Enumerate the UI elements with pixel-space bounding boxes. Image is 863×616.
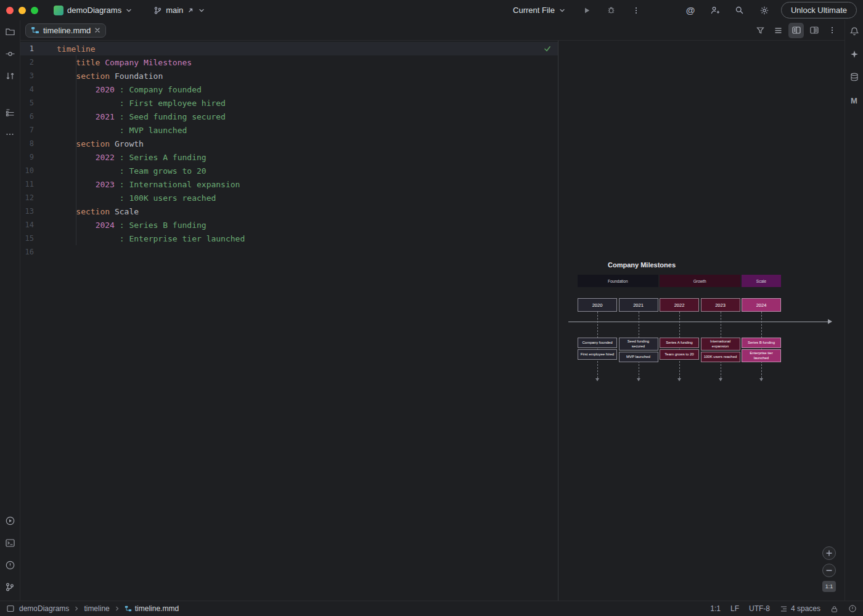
- line-number[interactable]: 13: [20, 207, 34, 216]
- timeline-event: Seed funding secured: [619, 338, 658, 351]
- code-line[interactable]: 13 section Scale: [20, 205, 558, 218]
- commit-tool-button[interactable]: [5, 49, 15, 62]
- project-tool-button[interactable]: [5, 26, 15, 39]
- zoom-out-button[interactable]: [822, 564, 836, 577]
- zoom-reset-button[interactable]: 1:1: [822, 581, 836, 592]
- chevron-right-icon: [114, 606, 120, 612]
- code-line[interactable]: 15 : Enterprise tier launched: [20, 232, 558, 245]
- show-editor-and-preview-button[interactable]: [788, 23, 804, 38]
- code-line[interactable]: 8 section Growth: [20, 137, 558, 150]
- preview-filter-button[interactable]: [753, 23, 768, 38]
- close-icon[interactable]: [94, 27, 100, 33]
- close-window-button[interactable]: [6, 7, 14, 14]
- breadcrumb-file[interactable]: timeline.mmd: [123, 604, 180, 613]
- breadcrumb-project[interactable]: demoDiagrams: [18, 604, 70, 613]
- more-tool-windows-button[interactable]: [5, 129, 15, 142]
- timeline-period: 2023: [701, 298, 740, 312]
- view-options-button[interactable]: [771, 23, 786, 38]
- code-line[interactable]: 1timeline: [20, 42, 558, 55]
- problems-tool-button[interactable]: [5, 560, 15, 573]
- run-config-label: Current File: [513, 6, 555, 15]
- line-number[interactable]: 3: [20, 71, 34, 80]
- mermaid-tool-button[interactable]: M: [851, 95, 857, 106]
- inspections-ok-badge[interactable]: [543, 44, 552, 55]
- line-number[interactable]: 8: [20, 139, 34, 148]
- breadcrumb-folder[interactable]: timeline: [83, 604, 110, 613]
- line-number[interactable]: 2: [20, 58, 34, 67]
- code-line[interactable]: 10 : Team grows to 20: [20, 164, 558, 177]
- preview-zoom-controls: 1:1: [822, 546, 836, 592]
- branch-name: main: [166, 6, 183, 15]
- tab-timeline-mmd[interactable]: timeline.mmd: [25, 23, 106, 38]
- code-line[interactable]: 11 2023 : International expansion: [20, 177, 558, 191]
- show-preview-only-button[interactable]: [806, 23, 822, 38]
- chevron-down-icon: [198, 7, 205, 14]
- code-line[interactable]: 6 2021 : Seed funding secured: [20, 110, 558, 123]
- line-number[interactable]: 12: [20, 193, 34, 202]
- database-tool-button[interactable]: [849, 72, 859, 84]
- code-text: : First employee hired: [34, 99, 226, 108]
- line-number[interactable]: 16: [20, 248, 34, 256]
- line-number[interactable]: 4: [20, 85, 34, 94]
- debug-button[interactable]: [603, 2, 620, 18]
- terminal-tool-button[interactable]: [5, 538, 15, 551]
- problems-icon: [5, 560, 15, 570]
- ai-assistant-button[interactable]: @: [682, 2, 698, 18]
- run-configuration-selector[interactable]: Current File: [509, 4, 570, 17]
- project-icon: [54, 6, 63, 15]
- code-with-me-button[interactable]: [707, 2, 723, 18]
- line-number[interactable]: 5: [20, 99, 34, 107]
- gear-icon: [759, 6, 769, 15]
- encoding-widget[interactable]: UTF-8: [749, 604, 770, 613]
- pull-requests-tool-button[interactable]: [5, 71, 15, 84]
- line-number[interactable]: 6: [20, 112, 34, 121]
- filter-icon: [756, 26, 765, 35]
- project-widget[interactable]: demoDiagrams: [49, 4, 137, 17]
- unlock-ultimate-button[interactable]: Unlock Ultimate: [781, 2, 857, 18]
- timeline-events: Series A fundingTeam grows to 20: [660, 338, 699, 361]
- structure-tool-button[interactable]: [5, 107, 15, 120]
- caret-position-widget[interactable]: 1:1: [710, 604, 721, 613]
- code-line[interactable]: 12 : 100K users reached: [20, 191, 558, 205]
- zoom-window-button[interactable]: [31, 7, 38, 14]
- line-number[interactable]: 9: [20, 153, 34, 161]
- run-button[interactable]: [579, 2, 595, 18]
- search-everywhere-button[interactable]: [732, 2, 748, 18]
- ai-tool-button[interactable]: [849, 49, 859, 62]
- timeline-connector-arrow: [637, 378, 640, 381]
- more-actions-button[interactable]: [628, 2, 644, 18]
- line-number[interactable]: 10: [20, 166, 34, 175]
- notifications-tool-button[interactable]: [849, 26, 859, 39]
- code-line[interactable]: 2 title Company Milestones: [20, 55, 558, 69]
- settings-button[interactable]: [756, 2, 772, 18]
- line-number[interactable]: 11: [20, 180, 34, 188]
- lock-icon[interactable]: [830, 605, 838, 613]
- mermaid-preview-pane[interactable]: Company Milestones FoundationGrowthScale…: [558, 41, 845, 601]
- timeline-events: Series B fundingEnterprise tier launched: [742, 338, 781, 363]
- code-line[interactable]: 16: [20, 245, 558, 259]
- branch-widget[interactable]: main: [149, 4, 210, 17]
- editor-more-button[interactable]: [824, 23, 840, 38]
- line-number[interactable]: 1: [20, 44, 34, 53]
- inspections-widget-icon[interactable]: [848, 604, 857, 613]
- timeline-event: International expansion: [701, 338, 740, 351]
- code-line[interactable]: 4 2020 : Company founded: [20, 83, 558, 96]
- project-window-icon[interactable]: [6, 604, 15, 613]
- code-line[interactable]: 5 : First employee hired: [20, 96, 558, 110]
- code-editor[interactable]: 1timeline2 title Company Milestones3 sec…: [20, 41, 558, 601]
- code-line[interactable]: 9 2022 : Series A funding: [20, 150, 558, 164]
- minimize-window-button[interactable]: [18, 7, 26, 14]
- version-control-tool-button[interactable]: [5, 582, 15, 594]
- run-tool-button[interactable]: [5, 516, 15, 529]
- indent-widget[interactable]: 4 spaces: [780, 604, 820, 613]
- line-number[interactable]: 15: [20, 234, 34, 243]
- code-line[interactable]: 7 : MVP launched: [20, 123, 558, 137]
- code-line[interactable]: 14 2024 : Series B funding: [20, 218, 558, 232]
- line-number[interactable]: 14: [20, 221, 34, 229]
- code-line[interactable]: 3 section Foundation: [20, 69, 558, 83]
- more-dots-icon: [5, 129, 15, 139]
- line-number[interactable]: 7: [20, 126, 34, 134]
- code-text: : MVP launched: [34, 126, 187, 135]
- zoom-in-button[interactable]: [822, 546, 836, 560]
- line-separator-widget[interactable]: LF: [730, 604, 739, 613]
